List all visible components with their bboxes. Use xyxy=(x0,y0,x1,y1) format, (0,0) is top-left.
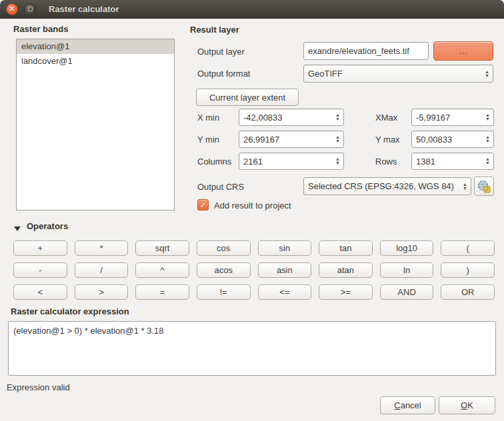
op-eq-button[interactable]: = xyxy=(135,284,189,300)
op-log10-button[interactable]: log10 xyxy=(380,240,434,256)
rows-label: Rows xyxy=(375,157,397,167)
add-result-label: Add result to project xyxy=(214,201,291,210)
raster-calculator-dialog: ✕ Raster calculator Raster bands elevati… xyxy=(0,0,504,421)
op-pow-button[interactable]: ^ xyxy=(135,262,189,278)
op-or-button[interactable]: OR xyxy=(441,284,495,300)
op-plus-button[interactable]: + xyxy=(13,240,67,256)
rows-spinbox[interactable]: 1381 ▲▼ xyxy=(411,153,494,170)
ymax-label: Y max xyxy=(375,135,400,145)
op-acos-button[interactable]: acos xyxy=(197,262,251,278)
browse-output-button[interactable]: ... xyxy=(433,41,493,61)
output-crs-value: Selected CRS (EPSG:4326, WGS 84) xyxy=(304,181,459,191)
op-div-button[interactable]: / xyxy=(75,262,129,278)
title-bar[interactable]: ✕ Raster calculator xyxy=(0,0,504,19)
window-title: Raster calculator xyxy=(49,4,119,14)
ymin-label: Y min xyxy=(197,135,219,145)
expression-heading: Raster calculator expression xyxy=(11,306,129,316)
xmin-value: -42,00833 xyxy=(239,113,332,123)
xmax-stepper-icon[interactable]: ▲▼ xyxy=(482,109,493,125)
op-asin-button[interactable]: asin xyxy=(258,262,312,278)
ok-button[interactable]: OK xyxy=(439,396,495,414)
output-layer-value: exandre/elevation_feets.tif xyxy=(304,46,428,56)
expression-status: Expression valid xyxy=(7,382,70,392)
op-open-paren-button[interactable]: ( xyxy=(441,240,495,256)
globe-edit-icon xyxy=(477,180,491,193)
op-atan-button[interactable]: atan xyxy=(319,262,373,278)
rows-stepper-icon[interactable]: ▲▼ xyxy=(482,153,493,169)
output-layer-label: Output layer xyxy=(197,47,245,57)
raster-bands-heading: Raster bands xyxy=(13,24,68,34)
ymin-spinbox[interactable]: 26,99167 ▲▼ xyxy=(239,131,344,148)
output-format-label: Output format xyxy=(197,69,250,79)
ymax-value: 50,00833 xyxy=(412,135,482,145)
combo-stepper-icon[interactable]: ▲▼ xyxy=(459,178,471,195)
ymin-value: 26,99167 xyxy=(239,135,332,145)
collapse-triangle-icon[interactable] xyxy=(14,226,21,231)
xmax-label: XMax xyxy=(375,113,397,123)
select-crs-button[interactable] xyxy=(474,177,494,196)
xmin-spinbox[interactable]: -42,00833 ▲▼ xyxy=(239,109,344,126)
op-tan-button[interactable]: tan xyxy=(319,240,373,256)
current-layer-extent-button[interactable]: Current layer extent xyxy=(196,89,299,106)
op-lt-button[interactable]: < xyxy=(13,284,67,300)
op-cos-button[interactable]: cos xyxy=(197,240,251,256)
ymax-spinbox[interactable]: 50,00833 ▲▼ xyxy=(411,131,494,148)
op-lte-button[interactable]: <= xyxy=(258,284,312,300)
op-and-button[interactable]: AND xyxy=(380,284,434,300)
op-gt-button[interactable]: > xyxy=(75,284,129,300)
op-neq-button[interactable]: != xyxy=(197,284,251,300)
ymin-stepper-icon[interactable]: ▲▼ xyxy=(332,131,343,147)
rows-value: 1381 xyxy=(412,157,482,167)
columns-value: 2161 xyxy=(239,157,332,167)
xmax-spinbox[interactable]: -5,99167 ▲▼ xyxy=(411,109,494,126)
output-layer-input[interactable]: exandre/elevation_feets.tif xyxy=(303,42,429,60)
op-minus-button[interactable]: - xyxy=(13,262,67,278)
raster-bands-list[interactable]: elevation@1 landcover@1 xyxy=(16,39,175,210)
op-mult-button[interactable]: * xyxy=(75,240,129,256)
expression-textarea[interactable]: (elevation@1 > 0) * elevation@1 * 3.18 xyxy=(8,321,496,376)
columns-stepper-icon[interactable]: ▲▼ xyxy=(332,153,343,169)
xmin-stepper-icon[interactable]: ▲▼ xyxy=(332,109,343,125)
output-format-value: GeoTIFF xyxy=(304,69,481,79)
op-sqrt-button[interactable]: sqrt xyxy=(135,240,189,256)
op-ln-button[interactable]: ln xyxy=(380,262,434,278)
list-item-landcover[interactable]: landcover@1 xyxy=(17,54,174,69)
maximize-square-glyph xyxy=(28,7,33,11)
add-result-checkbox[interactable]: ✓ xyxy=(197,199,209,210)
cancel-button[interactable]: Cancel xyxy=(380,396,435,414)
list-item-elevation[interactable]: elevation@1 xyxy=(17,39,174,54)
operators-heading[interactable]: Operators xyxy=(27,221,68,231)
xmin-label: X min xyxy=(197,113,219,123)
output-crs-combo[interactable]: Selected CRS (EPSG:4326, WGS 84) ▲▼ xyxy=(303,177,471,195)
close-icon[interactable]: ✕ xyxy=(6,3,18,15)
ok-button-label: OK xyxy=(461,400,473,410)
op-gte-button[interactable]: >= xyxy=(319,284,373,300)
cancel-button-label: Cancel xyxy=(394,400,421,410)
operators-grid: + * sqrt cos sin tan log10 ( - / ^ acos … xyxy=(13,240,495,300)
output-crs-label: Output CRS xyxy=(197,182,244,192)
xmax-value: -5,99167 xyxy=(412,113,482,123)
output-format-combo[interactable]: GeoTIFF ▲▼ xyxy=(303,65,493,83)
combo-stepper-icon[interactable]: ▲▼ xyxy=(481,65,493,82)
op-close-paren-button[interactable]: ) xyxy=(441,262,495,278)
maximize-icon[interactable] xyxy=(24,3,36,15)
op-sin-button[interactable]: sin xyxy=(258,240,312,256)
result-layer-heading: Result layer xyxy=(190,25,239,35)
columns-label: Columns xyxy=(197,157,231,167)
ymax-stepper-icon[interactable]: ▲▼ xyxy=(482,131,493,147)
columns-spinbox[interactable]: 2161 ▲▼ xyxy=(239,153,344,170)
